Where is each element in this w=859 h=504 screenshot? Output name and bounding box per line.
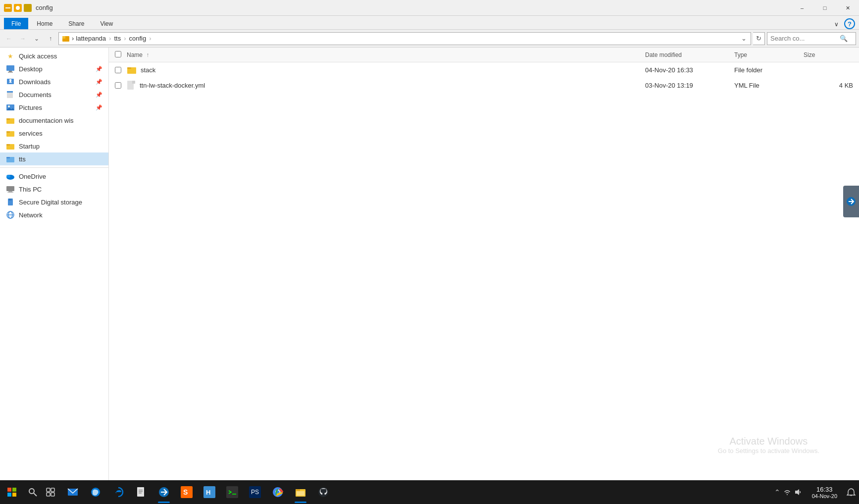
select-all-checkbox[interactable] [115,51,121,57]
sidebar-item-services[interactable]: services [0,127,108,140]
taskbar-teamviewer[interactable] [152,480,175,504]
sidebar-item-onedrive[interactable]: OneDrive [0,170,108,183]
svg-rect-72 [296,489,300,491]
maximize-button[interactable]: □ [813,0,836,16]
forward-button[interactable]: → [17,33,29,45]
downloads-label: Downloads [19,78,51,86]
taskbar-heidisql[interactable]: H [198,480,221,504]
taskbar-edge[interactable] [107,480,130,504]
header-type[interactable]: Type [734,51,804,58]
tts-label: tts [19,155,26,163]
svg-rect-14 [7,91,13,93]
main-layout: ★ Quick access Desktop 📌 Downloads 📌 Doc… [0,48,859,490]
svg-rect-9 [8,72,13,73]
sidebar-item-pictures[interactable]: Pictures 📌 [0,101,108,114]
file-area: Name ↑ Date modified Type Size stack [109,48,859,490]
expand-ribbon[interactable]: ∨ [830,19,843,29]
svg-rect-73 [297,491,304,496]
help-button[interactable]: ? [844,18,855,29]
svg-rect-23 [6,144,10,146]
documents-label: Documents [19,91,51,99]
search-input[interactable] [770,35,840,42]
svg-rect-43 [7,488,11,492]
onedrive-label: OneDrive [19,173,46,180]
svg-point-27 [6,175,10,178]
check-cell-yml[interactable] [115,82,127,89]
taskbar-terminal[interactable] [221,480,244,504]
breadcrumb-lattepanda[interactable]: lattepanda [76,35,106,42]
taskbar-explorer[interactable] [289,480,312,504]
address-dropdown-button[interactable]: ⌄ [740,34,748,43]
breadcrumb-tts[interactable]: tts [114,35,121,42]
svg-rect-4 [24,4,32,12]
svg-rect-6 [62,36,65,39]
up-button[interactable]: ↑ [45,33,56,45]
title-bar-controls: – □ ✕ [791,0,859,16]
refresh-button[interactable]: ↻ [753,32,765,45]
taskbar-sublime[interactable]: S [175,480,198,504]
search-box[interactable]: 🔍 [767,32,856,45]
recent-locations-button[interactable]: ⌄ [31,33,43,45]
sidebar-item-sd[interactable]: Secure Digital storage [0,196,108,208]
taskbar-github[interactable] [312,480,335,504]
back-button[interactable]: ← [3,33,15,45]
network-label: Network [19,211,43,219]
sidebar-item-downloads[interactable]: Downloads 📌 [0,75,108,88]
breadcrumb-config[interactable]: config [129,35,147,42]
desktop-label: Desktop [19,65,43,73]
filename-stack: stack [141,66,155,74]
pin-icon-pictures: 📌 [96,104,102,111]
svg-rect-46 [12,493,16,497]
tab-view[interactable]: View [93,18,120,29]
svg-rect-8 [9,71,12,72]
task-view-button[interactable] [42,483,59,501]
remote-desktop-icon[interactable] [843,186,859,217]
start-button[interactable] [0,480,24,504]
checkbox-stack[interactable] [115,67,121,73]
address-bar-row: ← → ⌄ ↑ › lattepanda › tts › config › ⌄ … [0,30,859,48]
taskbar-notepad[interactable] [130,480,152,504]
header-size[interactable]: Size [804,51,853,58]
svg-rect-38 [127,67,131,69]
search-icon[interactable]: 🔍 [840,35,848,42]
close-button[interactable]: ✕ [836,0,859,16]
system-tray[interactable]: ⌃ [770,488,806,496]
tab-home[interactable]: Home [29,18,60,29]
header-name[interactable]: Name ↑ [127,51,645,58]
taskbar-chrome[interactable] [266,480,289,504]
sd-label: Secure Digital storage [19,199,82,206]
checkbox-yml[interactable] [115,82,121,89]
tab-file[interactable]: File [4,18,28,29]
sidebar-item-documents[interactable]: Documents 📌 [0,88,108,101]
header-date-modified[interactable]: Date modified [645,51,734,58]
taskbar-search-button[interactable] [24,483,42,501]
sidebar-item-documentacion[interactable]: documentacion wis [0,114,108,127]
taskbar-mail[interactable] [61,480,84,504]
name-cell-stack: stack [127,65,645,75]
address-box[interactable]: › lattepanda › tts › config › ⌄ [58,32,751,45]
taskbar-powershell[interactable]: PS [244,480,266,504]
tray-expand[interactable]: ⌃ [774,488,780,496]
sidebar-item-thispc[interactable]: This PC [0,183,108,196]
svg-rect-41 [132,81,135,84]
header-check[interactable] [115,51,127,59]
svg-text:H: H [206,489,210,496]
folder-icon-stack [127,65,137,75]
sidebar-item-startup[interactable]: Startup [0,140,108,152]
notification-button[interactable] [843,480,859,504]
tab-share[interactable]: Share [61,18,92,29]
sidebar-item-tts[interactable]: tts [0,152,108,165]
taskbar-edge-legacy[interactable] [84,480,107,504]
minimize-button[interactable]: – [791,0,813,16]
type-cell-yml: YML File [734,82,804,89]
sidebar-item-network[interactable]: Network [0,208,108,221]
services-label: services [19,130,43,137]
check-cell-stack[interactable] [115,67,127,73]
sidebar-quick-access-header[interactable]: ★ Quick access [0,50,108,62]
sidebar-item-desktop[interactable]: Desktop 📌 [0,62,108,75]
svg-rect-19 [6,118,10,120]
taskbar-clock[interactable]: 16:33 04-Nov-20 [806,486,843,499]
svg-point-47 [29,489,34,494]
file-row-yml[interactable]: ttn-lw-stack-docker.yml 03-Nov-20 13:19 … [109,78,859,93]
file-row-stack[interactable]: stack 04-Nov-20 16:33 File folder [109,62,859,78]
